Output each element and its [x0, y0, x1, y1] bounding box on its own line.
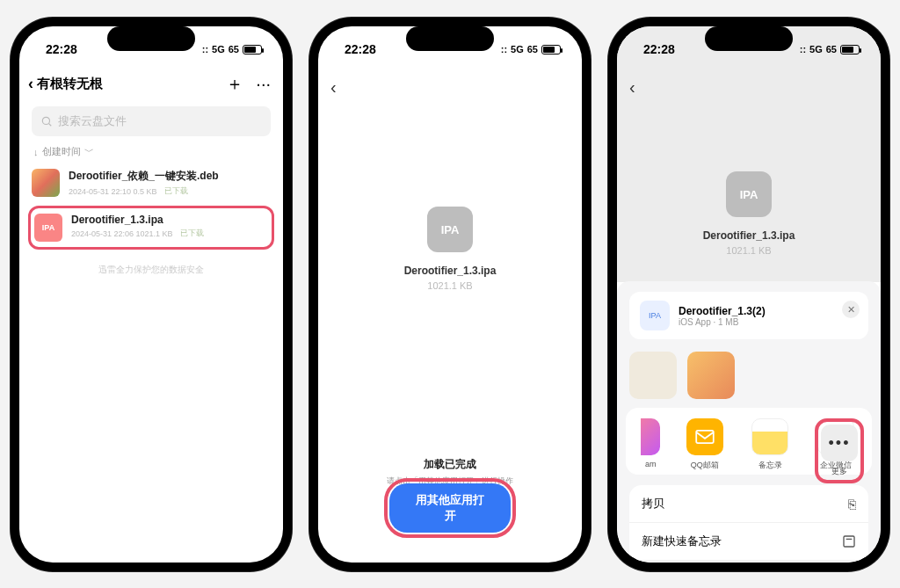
share-actions: 拷贝 ⎘ 新建快速备忘录 存储到"文件"	[629, 485, 868, 563]
highlighted-file: IPA Derootifier_1.3.ipa 2024-05-31 22:06…	[28, 206, 274, 250]
contact-avatar[interactable]	[687, 352, 735, 399]
airdrop-contacts	[629, 339, 868, 408]
file-row[interactable]: Derootifier_依赖_一键安装.deb 2024-05-31 22:10…	[19, 163, 283, 202]
sort-selector[interactable]: ↓ 创建时间 ﹀	[19, 145, 283, 163]
phone-1: 22:28 :: 5G 65 ‹ 有根转无根 ＋ ··· 搜索云盘文件 ↓	[11, 18, 292, 571]
open-with-button[interactable]: 用其他应用打开	[389, 483, 511, 533]
note-icon	[842, 534, 856, 548]
more-icon: •••	[821, 425, 858, 461]
preview-filename: Derootifier_1.3.ipa	[703, 229, 795, 242]
svg-line-1	[48, 123, 51, 126]
ipa-badge-icon: IPA	[726, 171, 772, 217]
app-doc-icon: IPA	[640, 301, 670, 330]
phone-3: 22:28 ::5G65 ‹ IPA Derootifier_1.3.ipa 1…	[608, 18, 889, 571]
file-preview: IPA Derootifier_1.3.ipa 1021.1 KB	[617, 101, 881, 282]
share-apps: am QQ邮箱 备忘录 企业微信	[626, 408, 872, 475]
chevron-down-icon: ﹀	[84, 145, 94, 158]
share-app-notes[interactable]: 备忘录	[746, 418, 794, 471]
notch	[107, 26, 195, 51]
svg-rect-2	[696, 431, 714, 443]
svg-rect-6	[844, 536, 854, 547]
preview-filename: Derootifier_1.3.ipa	[404, 265, 497, 277]
svg-point-0	[42, 117, 49, 124]
contact-avatar[interactable]	[629, 352, 677, 399]
screen-files: 22:28 :: 5G 65 ‹ 有根转无根 ＋ ··· 搜索云盘文件 ↓	[19, 26, 283, 563]
share-app-qqmail[interactable]: QQ邮箱	[681, 418, 729, 471]
copy-icon: ⎘	[848, 497, 856, 512]
chevron-left-icon: ‹	[28, 75, 33, 93]
highlighted-open: 用其他应用打开	[384, 478, 516, 538]
action-copy[interactable]: 拷贝 ⎘	[629, 485, 868, 523]
app-icon	[641, 418, 660, 455]
notch	[406, 26, 494, 51]
highlighted-more: ••• 更多	[815, 418, 864, 483]
share-app-more[interactable]: ••• 更多	[821, 425, 858, 477]
share-header: IPA Derootifier_1.3(2) iOS App · 1 MB ✕	[629, 292, 868, 339]
security-footnote: 迅雷全力保护您的数据安全	[19, 264, 283, 276]
action-quicknote[interactable]: 新建快速备忘录	[629, 523, 868, 561]
notch	[705, 26, 793, 51]
status-time: 22:28	[643, 42, 675, 56]
status-right: :: 5G 65	[202, 44, 262, 54]
back-button[interactable]: ‹	[617, 69, 881, 101]
status-time: 22:28	[46, 42, 77, 56]
status-time: 22:28	[345, 42, 376, 56]
share-sheet: IPA Derootifier_1.3(2) iOS App · 1 MB ✕ …	[617, 281, 881, 563]
add-button[interactable]: ＋	[226, 72, 243, 96]
sort-arrow-icon: ↓	[33, 147, 39, 157]
search-icon	[40, 115, 53, 127]
file-preview: IPA Derootifier_1.3.ipa 1021.1 KB	[318, 101, 582, 291]
screen-share: 22:28 ::5G65 ‹ IPA Derootifier_1.3.ipa 1…	[617, 26, 881, 563]
ipa-file-icon: IPA	[34, 214, 62, 242]
back-button[interactable]: ‹	[318, 69, 582, 101]
share-subtitle: iOS App · 1 MB	[679, 317, 766, 327]
share-filename: Derootifier_1.3(2)	[679, 305, 766, 317]
file-row[interactable]: IPA Derootifier_1.3.ipa 2024-05-31 22:06…	[34, 212, 268, 243]
mail-icon	[686, 418, 723, 455]
share-app-partial[interactable]: am	[638, 418, 663, 468]
notes-icon	[751, 418, 788, 455]
nav-back-title[interactable]: ‹ 有根转无根	[28, 75, 103, 93]
ipa-badge-icon: IPA	[427, 207, 473, 252]
preview-filesize: 1021.1 KB	[726, 245, 771, 256]
more-icon[interactable]: ···	[256, 74, 271, 94]
action-save-files[interactable]: 存储到"文件"	[629, 561, 868, 563]
deb-file-icon	[32, 169, 60, 197]
screen-preview: 22:28 ::5G65 ‹ IPA Derootifier_1.3.ipa 1…	[318, 26, 582, 563]
nav-bar: ‹ 有根转无根 ＋ ···	[19, 69, 283, 103]
phone-2: 22:28 ::5G65 ‹ IPA Derootifier_1.3.ipa 1…	[309, 18, 591, 571]
file-name: Derootifier_依赖_一键安装.deb	[69, 169, 271, 184]
page-title: 有根转无根	[37, 76, 103, 92]
search-placeholder: 搜索云盘文件	[58, 113, 127, 129]
preview-filesize: 1021.1 KB	[427, 280, 472, 291]
search-input[interactable]: 搜索云盘文件	[32, 106, 271, 136]
file-name: Derootifier_1.3.ipa	[71, 214, 268, 226]
close-icon[interactable]: ✕	[842, 301, 860, 318]
